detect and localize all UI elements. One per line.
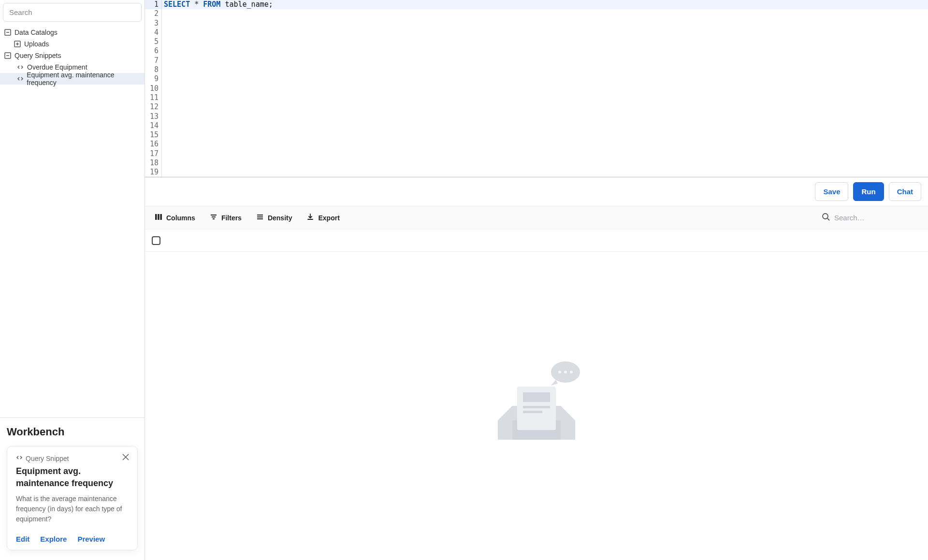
tree-item-data-catalogs[interactable]: Data Catalogs: [0, 27, 145, 38]
line-number: 15: [145, 130, 161, 140]
line-number: 1: [145, 0, 161, 9]
sql-identifier: table_name;: [220, 0, 273, 9]
filters-button[interactable]: Filters: [207, 209, 245, 226]
run-button[interactable]: Run: [853, 182, 884, 201]
results-toolbar: Columns Filters Density Export: [145, 206, 928, 230]
minus-square-icon[interactable]: [4, 52, 12, 59]
tree-label: Equipment avg. maintenance frequency: [27, 71, 141, 86]
line-number: 9: [145, 74, 161, 84]
sidebar-tree: Data Catalogs Uploads Query Snippets Ove…: [0, 25, 145, 417]
line-number: 10: [145, 84, 161, 93]
line-number: 2: [145, 9, 161, 18]
line-number: 12: [145, 102, 161, 112]
workbench-title: Workbench: [7, 426, 138, 438]
svg-rect-9: [155, 214, 157, 220]
explore-button[interactable]: Explore: [40, 535, 67, 543]
density-button[interactable]: Density: [253, 209, 295, 226]
results-header-row: [145, 230, 928, 252]
columns-label: Columns: [166, 214, 195, 222]
svg-line-19: [827, 218, 829, 220]
sidebar-search-input[interactable]: [3, 3, 142, 22]
chat-button[interactable]: Chat: [889, 182, 921, 201]
svg-point-21: [558, 371, 561, 373]
svg-point-22: [564, 371, 567, 373]
card-title: Equipment avg. maintenance frequency: [16, 465, 129, 489]
search-icon: [822, 213, 830, 223]
select-all-checkbox[interactable]: [152, 236, 160, 245]
code-icon: [16, 75, 24, 83]
editor-gutter: 12345678910111213141516171819: [145, 0, 162, 177]
results-search: [822, 213, 921, 223]
minus-square-icon[interactable]: [4, 29, 12, 36]
svg-rect-26: [523, 392, 550, 402]
code-icon: [16, 63, 24, 71]
tree-item-snippet-avg[interactable]: Equipment avg. maintenance frequency: [0, 73, 145, 85]
card-actions: Edit Explore Preview: [16, 535, 129, 543]
svg-rect-10: [158, 214, 160, 220]
tree-label: Uploads: [24, 40, 49, 48]
sql-keyword-from: FROM: [203, 0, 220, 9]
filters-label: Filters: [221, 214, 242, 222]
workbench-card: Query Snippet Equipment avg. maintenance…: [7, 446, 138, 550]
editor-content[interactable]: SELECT * FROM table_name;: [162, 0, 928, 177]
export-button[interactable]: Export: [304, 209, 342, 226]
tree-label: Data Catalogs: [14, 29, 58, 36]
line-number: 16: [145, 140, 161, 149]
svg-point-23: [570, 371, 573, 373]
download-icon: [306, 213, 314, 222]
density-label: Density: [268, 214, 292, 222]
sql-token-star: *: [190, 0, 203, 9]
svg-rect-27: [523, 406, 550, 408]
code-line-1[interactable]: SELECT * FROM table_name;: [162, 0, 928, 9]
filter-icon: [210, 213, 218, 222]
line-number: 7: [145, 56, 161, 65]
card-description: What is the average maintenance frequenc…: [16, 494, 129, 524]
preview-button[interactable]: Preview: [77, 535, 105, 543]
main-area: 12345678910111213141516171819 SELECT * F…: [145, 0, 928, 560]
line-number: 3: [145, 19, 161, 28]
line-number: 8: [145, 65, 161, 74]
line-number: 19: [145, 168, 161, 177]
line-number: 5: [145, 37, 161, 46]
sql-keyword-select: SELECT: [164, 0, 190, 9]
svg-rect-28: [523, 411, 542, 413]
edit-button[interactable]: Edit: [16, 535, 29, 543]
results-search-input[interactable]: [834, 214, 921, 222]
code-icon: [16, 454, 23, 462]
export-label: Export: [318, 214, 339, 222]
line-number: 4: [145, 28, 161, 37]
card-kicker-text: Query Snippet: [26, 455, 69, 462]
svg-rect-11: [160, 214, 162, 220]
card-kicker: Query Snippet: [16, 454, 129, 462]
plus-square-icon[interactable]: [14, 40, 21, 48]
line-number: 11: [145, 93, 161, 102]
line-number: 18: [145, 158, 161, 168]
empty-results-illustration: [145, 252, 928, 560]
editor-actionbar: Save Run Chat: [145, 177, 928, 206]
tree-label: Overdue Equipment: [27, 63, 87, 71]
tree-item-query-snippets[interactable]: Query Snippets: [0, 50, 145, 61]
columns-icon: [155, 213, 162, 222]
sidebar: Data Catalogs Uploads Query Snippets Ove…: [0, 0, 145, 560]
close-icon[interactable]: [119, 450, 132, 464]
line-number: 14: [145, 121, 161, 130]
columns-button[interactable]: Columns: [152, 209, 198, 226]
line-number: 17: [145, 149, 161, 158]
sidebar-search-wrap: [0, 0, 145, 25]
density-icon: [256, 213, 264, 222]
svg-point-18: [823, 214, 828, 219]
workbench-panel: Workbench Query Snippet Equipment avg. m…: [0, 417, 145, 560]
sql-editor[interactable]: 12345678910111213141516171819 SELECT * F…: [145, 0, 928, 177]
line-number: 6: [145, 46, 161, 56]
line-number: 13: [145, 112, 161, 121]
save-button[interactable]: Save: [815, 182, 848, 201]
tree-item-uploads[interactable]: Uploads: [0, 38, 145, 50]
tree-label: Query Snippets: [14, 52, 61, 59]
